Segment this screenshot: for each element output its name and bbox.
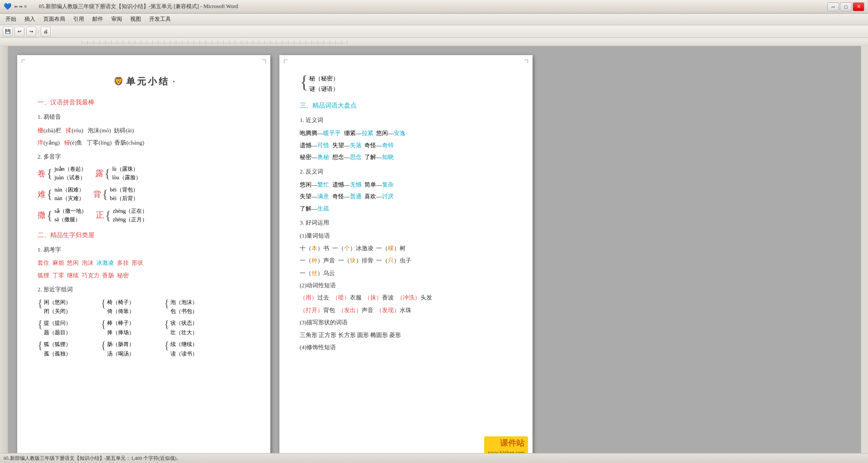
q-ben: 本 xyxy=(311,245,317,252)
multi-tone-container: 卷 { juǎn（卷起） juàn（试卷） 露 { lù（露珠） lòu xyxy=(38,165,250,182)
yi-1: 椅（椅子） xyxy=(107,298,134,307)
bang-2: 捧（捧场） xyxy=(107,328,134,337)
sim-zhuang: { 状（状态） 壮（壮大） xyxy=(164,318,218,337)
word-man: 鳗 xyxy=(64,139,70,146)
menu-dev[interactable]: 开发工具 xyxy=(146,14,175,24)
syn-warm: 暖乎乎 xyxy=(323,130,341,136)
menu-ref[interactable]: 引用 xyxy=(70,14,88,24)
toolbar: 💾 ↩ ↪ | 🖨 xyxy=(0,25,868,38)
syn-miss: 思念 xyxy=(350,154,362,160)
tone-sa: 撒 { sǎ（撒一地） sā（撒腿） xyxy=(38,207,87,224)
corner-tr-2 xyxy=(524,60,528,63)
syn-line2: 遗憾—可惜 失望—失落 奇怪—奇特 xyxy=(300,140,512,150)
menu-view[interactable]: 视图 xyxy=(127,14,145,24)
bracket-zheng: { xyxy=(105,209,111,222)
menu-insert[interactable]: 插入 xyxy=(21,14,39,24)
title-bar-controls[interactable]: ─ □ ✕ xyxy=(827,2,864,11)
bracket-lu-content: lù（露珠） lòu（露脸） xyxy=(112,165,141,182)
bracket-nan-content: nán（困难） nàn（灾难） xyxy=(54,186,84,203)
title-bar: 💙 ⬅ ➡ ✕ 05.新部编人教版三年级下册语文【知识小结】-第五单元 [兼容模… xyxy=(0,0,868,14)
s3-sub2: 2. 反义词 xyxy=(300,166,512,177)
sa-r1: sǎ（撒一地） xyxy=(54,207,87,215)
menu-bar: 开始 插入 页面布局 引用 邮件 审阅 视图 开发工具 xyxy=(0,14,868,25)
maximize-button[interactable]: □ xyxy=(840,2,852,11)
bracket-sa-content: sǎ（撒一地） sā（撒腿） xyxy=(54,207,87,224)
zhuang-2: 壮（壮大） xyxy=(170,328,198,337)
s1-sub1: 1. 易错音 xyxy=(38,112,250,122)
ant-line1: 悠闲—繁忙 遗憾—无憾 简单—复杂 xyxy=(300,179,512,190)
chang-2: 汤（喝汤） xyxy=(107,349,134,358)
tone-lu: 露 { lù（露珠） lòu（露脸） xyxy=(95,165,141,182)
lu-r2: lòu（露脸） xyxy=(112,173,141,182)
menu-review[interactable]: 审阅 xyxy=(108,14,126,24)
ant-like: 讨厌 xyxy=(382,193,394,200)
usage1-line2: 一（种）声音 一（块）排骨 一（只）虫子 xyxy=(300,255,512,266)
brace-yi-content: 椅（椅子） 倚（倚靠） xyxy=(107,298,134,316)
top-brace-bracket: { xyxy=(300,73,308,91)
sim-chang: { 肠（肠胃） 汤（喝汤） xyxy=(101,340,155,358)
syn-regret: 可惜 xyxy=(317,142,329,149)
multi-tone-container2: 难 { nán（困难） nàn（灾难） 背 { bēi（背包） bèi（ xyxy=(38,186,250,203)
menu-mail[interactable]: 邮件 xyxy=(89,14,107,24)
usage2-line2: （打开）背包 （发出）声音 （发现）水珠 xyxy=(300,305,512,315)
toolbar-redo[interactable]: ↪ xyxy=(26,27,36,37)
multi-tone-container3: 撒 { sǎ（撒一地） sā（撒腿） 正 { zhèng（正在） zhē xyxy=(38,207,250,224)
s3-sub3: 3. 好词运用 xyxy=(300,217,512,228)
q-kuai: 块 xyxy=(350,257,356,264)
q-ke: 棵 xyxy=(388,245,394,252)
status-text: 05.新部编人教版三年级下册语文【知识小结】-第五单元：1,469 个字符(近似… xyxy=(4,455,181,462)
yi-2: 倚（倚靠） xyxy=(107,307,134,316)
close-button[interactable]: ✕ xyxy=(853,2,864,11)
syn-secret: 奥秘 xyxy=(317,154,329,160)
bracket-lu: { xyxy=(104,167,110,180)
section2-title: 二、精品生字归类屋 xyxy=(38,229,250,241)
title-bar-left: 💙 ⬅ ➡ ✕ 05.新部编人教版三年级下册语文【知识小结】-第五单元 [兼容模… xyxy=(4,3,238,10)
sim-xian: { 闲（悠闲） 闭（关闭） xyxy=(38,298,92,316)
brace-ti: { xyxy=(38,318,43,329)
minimize-button[interactable]: ─ xyxy=(827,2,839,11)
s1-line1: 栅(zhà)栏 揉(róu) 泡沫(mò) 妨碍(ài) xyxy=(38,125,250,136)
pages-container[interactable]: 🦁 单元小结 一、汉语拼音我最棒 1. 易错音 栅(zhà)栏 揉(róu) 泡… xyxy=(8,46,861,463)
pao-2: 包（书包） xyxy=(170,307,198,316)
top-word2: 谜（谜语） xyxy=(309,84,339,94)
doc-area: 🦁 单元小结 一、汉语拼音我最棒 1. 易错音 栅(zhà)栏 揉(róu) 泡… xyxy=(0,46,868,463)
brace-bang-content: 棒（棒子） 捧（捧场） xyxy=(107,318,134,337)
syn-pull: 拉紧 xyxy=(362,130,373,136)
nan-r1: nán（困难） xyxy=(54,186,84,194)
ti-1: 提（提问） xyxy=(44,318,71,327)
status-bar: 05.新部编人教版三年级下册语文【知识小结】-第五单元：1,469 个字符(近似… xyxy=(0,453,868,463)
ant-busy: 繁忙 xyxy=(317,181,329,188)
char-nan: 难 xyxy=(38,187,46,201)
syn-know: 知晓 xyxy=(382,154,394,160)
section1-title: 一、汉语拼音我最棒 xyxy=(38,97,250,108)
xu-2: 读（读书） xyxy=(170,349,198,358)
toolbar-undo[interactable]: ↩ xyxy=(14,27,24,37)
page-2: { 秘（秘密） 谜（谜语） 三、精品词语大盘点 1. 近义词 咆腾腾—暖乎乎 绷… xyxy=(279,55,533,462)
sim-pao: { 泡（泡沫） 包（书包） xyxy=(164,298,218,316)
s1-line2: 痒(yǎng) 鳗(é)鱼 丁零(líng) 香肠(cháng) xyxy=(38,137,250,148)
bracket-bei-content: bēi（背包） bèi（后背） xyxy=(110,186,138,203)
bracket-sa: { xyxy=(47,209,52,222)
brace-pao-content: 泡（泡沫） 包（书包） xyxy=(170,298,198,316)
menu-start[interactable]: 开始 xyxy=(2,14,20,24)
sim-xu: { 续（继续） 读（读书） xyxy=(164,340,218,358)
horizontal-ruler: |.....|.....|.....|.....|.....|.....|...… xyxy=(0,38,868,46)
ant-complex: 复杂 xyxy=(382,181,394,188)
scrollbar-right[interactable] xyxy=(861,46,868,463)
brace-bang: { xyxy=(101,318,106,329)
brace-xian: { xyxy=(38,298,43,309)
s2-sub1: 1. 易考字 xyxy=(38,244,250,255)
v-dakai: （打开） xyxy=(300,307,323,313)
ant-nowish: 无憾 xyxy=(350,181,362,188)
toolbar-save[interactable]: 💾 xyxy=(3,27,13,37)
brace-xu: { xyxy=(164,340,170,351)
syn-line3: 秘密—奥秘 想念—思念 了解—知晓 xyxy=(300,152,512,162)
v-mo: （抹） xyxy=(364,294,382,301)
brace-chang: { xyxy=(101,340,106,351)
menu-layout[interactable]: 页面布局 xyxy=(40,14,69,24)
page-1: 🦁 单元小结 一、汉语拼音我最棒 1. 易错音 栅(zhà)栏 揉(róu) 泡… xyxy=(17,55,270,462)
brace-chang-content: 肠（肠胃） 汤（喝汤） xyxy=(107,340,134,358)
s2-line1: 套住 麻烦 悠闲 泡沫 冰激凌 多挂 形状 xyxy=(38,257,250,268)
toolbar-print[interactable]: 🖨 xyxy=(41,27,51,37)
sim-bang: { 棒（棒子） 捧（捧场） xyxy=(101,318,155,337)
